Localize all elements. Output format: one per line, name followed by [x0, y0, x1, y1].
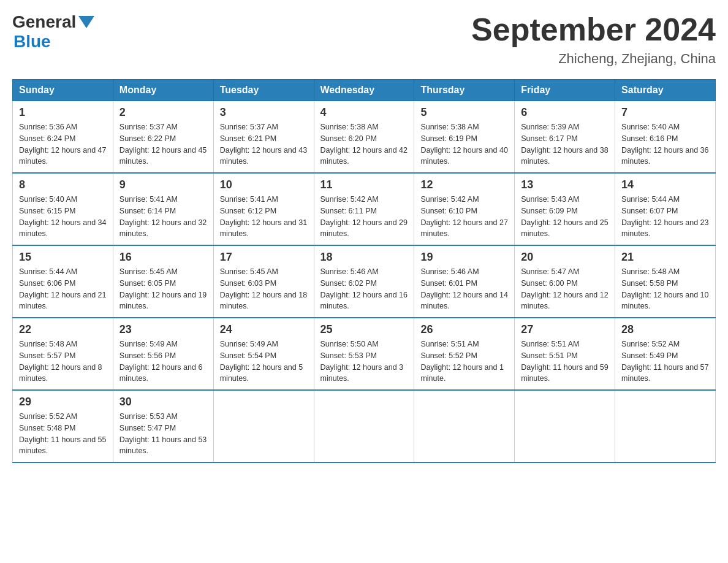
day-cell: 28 Sunrise: 5:52 AMSunset: 5:49 PMDaylig… — [615, 318, 716, 390]
day-cell: 18 Sunrise: 5:46 AMSunset: 6:02 PMDaylig… — [314, 245, 414, 318]
day-info: Sunrise: 5:37 AMSunset: 6:21 PMDaylight:… — [220, 123, 307, 166]
day-number: 2 — [119, 106, 207, 119]
day-number: 12 — [420, 178, 508, 191]
day-cell — [213, 390, 314, 462]
header-saturday: Saturday — [615, 80, 716, 101]
day-cell: 26 Sunrise: 5:51 AMSunset: 5:52 PMDaylig… — [414, 318, 515, 390]
day-info: Sunrise: 5:45 AMSunset: 6:03 PMDaylight:… — [220, 267, 307, 310]
day-number: 17 — [220, 251, 308, 264]
logo: General Blue — [12, 12, 94, 52]
day-cell: 16 Sunrise: 5:45 AMSunset: 6:05 PMDaylig… — [113, 245, 213, 318]
day-cell: 23 Sunrise: 5:49 AMSunset: 5:56 PMDaylig… — [113, 318, 213, 390]
day-number: 6 — [521, 106, 609, 119]
day-info: Sunrise: 5:47 AMSunset: 6:00 PMDaylight:… — [521, 267, 608, 310]
week-row-5: 29 Sunrise: 5:52 AMSunset: 5:48 PMDaylig… — [13, 390, 716, 462]
day-cell: 22 Sunrise: 5:48 AMSunset: 5:57 PMDaylig… — [13, 318, 113, 390]
day-cell: 21 Sunrise: 5:48 AMSunset: 5:58 PMDaylig… — [615, 245, 716, 318]
day-cell: 29 Sunrise: 5:52 AMSunset: 5:48 PMDaylig… — [13, 390, 113, 462]
day-info: Sunrise: 5:37 AMSunset: 6:22 PMDaylight:… — [119, 123, 207, 166]
header-monday: Monday — [113, 80, 213, 101]
day-info: Sunrise: 5:44 AMSunset: 6:06 PMDaylight:… — [19, 267, 106, 310]
day-number: 30 — [119, 396, 207, 408]
day-cell: 6 Sunrise: 5:39 AMSunset: 6:17 PMDayligh… — [515, 101, 615, 174]
day-info: Sunrise: 5:40 AMSunset: 6:15 PMDaylight:… — [19, 195, 106, 238]
day-cell: 8 Sunrise: 5:40 AMSunset: 6:15 PMDayligh… — [13, 173, 113, 245]
day-info: Sunrise: 5:41 AMSunset: 6:12 PMDaylight:… — [220, 195, 307, 238]
day-cell — [615, 390, 716, 462]
header-friday: Friday — [515, 80, 615, 101]
day-number: 28 — [621, 323, 709, 336]
day-info: Sunrise: 5:45 AMSunset: 6:05 PMDaylight:… — [119, 267, 207, 310]
day-number: 18 — [320, 251, 408, 264]
day-number: 14 — [621, 178, 709, 191]
day-number: 16 — [119, 251, 207, 264]
day-info: Sunrise: 5:50 AMSunset: 5:53 PMDaylight:… — [320, 340, 404, 383]
day-number: 24 — [220, 323, 308, 336]
header-sunday: Sunday — [13, 80, 113, 101]
header-tuesday: Tuesday — [213, 80, 314, 101]
calendar-table: SundayMondayTuesdayWednesdayThursdayFrid… — [12, 79, 716, 463]
day-info: Sunrise: 5:44 AMSunset: 6:07 PMDaylight:… — [621, 195, 708, 238]
day-cell: 25 Sunrise: 5:50 AMSunset: 5:53 PMDaylig… — [314, 318, 414, 390]
day-cell — [515, 390, 615, 462]
day-info: Sunrise: 5:38 AMSunset: 6:19 PMDaylight:… — [420, 123, 507, 166]
day-cell: 13 Sunrise: 5:43 AMSunset: 6:09 PMDaylig… — [515, 173, 615, 245]
day-cell: 7 Sunrise: 5:40 AMSunset: 6:16 PMDayligh… — [615, 101, 716, 174]
logo-general: General — [12, 12, 76, 32]
page-header: General Blue September 2024 Zhicheng, Zh… — [12, 12, 716, 67]
day-number: 15 — [19, 251, 107, 264]
day-cell: 11 Sunrise: 5:42 AMSunset: 6:11 PMDaylig… — [314, 173, 414, 245]
day-info: Sunrise: 5:49 AMSunset: 5:56 PMDaylight:… — [119, 340, 203, 383]
calendar-header-row: SundayMondayTuesdayWednesdayThursdayFrid… — [13, 80, 716, 101]
day-info: Sunrise: 5:40 AMSunset: 6:16 PMDaylight:… — [621, 123, 708, 166]
day-info: Sunrise: 5:51 AMSunset: 5:51 PMDaylight:… — [521, 340, 608, 383]
day-info: Sunrise: 5:52 AMSunset: 5:48 PMDaylight:… — [19, 412, 106, 455]
day-number: 29 — [19, 396, 107, 408]
day-number: 23 — [119, 323, 207, 336]
day-cell: 19 Sunrise: 5:46 AMSunset: 6:01 PMDaylig… — [414, 245, 515, 318]
day-number: 7 — [621, 106, 709, 119]
day-cell: 9 Sunrise: 5:41 AMSunset: 6:14 PMDayligh… — [113, 173, 213, 245]
day-number: 4 — [320, 106, 408, 119]
day-info: Sunrise: 5:48 AMSunset: 5:57 PMDaylight:… — [19, 340, 102, 383]
day-cell: 17 Sunrise: 5:45 AMSunset: 6:03 PMDaylig… — [213, 245, 314, 318]
day-cell: 2 Sunrise: 5:37 AMSunset: 6:22 PMDayligh… — [113, 101, 213, 174]
day-info: Sunrise: 5:53 AMSunset: 5:47 PMDaylight:… — [119, 412, 207, 455]
day-number: 8 — [19, 178, 107, 191]
week-row-3: 15 Sunrise: 5:44 AMSunset: 6:06 PMDaylig… — [13, 245, 716, 318]
day-cell: 20 Sunrise: 5:47 AMSunset: 6:00 PMDaylig… — [515, 245, 615, 318]
day-number: 10 — [220, 178, 308, 191]
day-cell: 5 Sunrise: 5:38 AMSunset: 6:19 PMDayligh… — [414, 101, 515, 174]
day-number: 22 — [19, 323, 107, 336]
day-info: Sunrise: 5:43 AMSunset: 6:09 PMDaylight:… — [521, 195, 608, 238]
day-info: Sunrise: 5:51 AMSunset: 5:52 PMDaylight:… — [420, 340, 504, 383]
day-info: Sunrise: 5:36 AMSunset: 6:24 PMDaylight:… — [19, 123, 106, 166]
day-cell: 3 Sunrise: 5:37 AMSunset: 6:21 PMDayligh… — [213, 101, 314, 174]
day-number: 21 — [621, 251, 709, 264]
day-number: 27 — [521, 323, 609, 336]
day-info: Sunrise: 5:52 AMSunset: 5:49 PMDaylight:… — [621, 340, 708, 383]
week-row-1: 1 Sunrise: 5:36 AMSunset: 6:24 PMDayligh… — [13, 101, 716, 174]
day-cell: 4 Sunrise: 5:38 AMSunset: 6:20 PMDayligh… — [314, 101, 414, 174]
day-number: 26 — [420, 323, 508, 336]
day-number: 9 — [119, 178, 207, 191]
day-number: 20 — [521, 251, 609, 264]
day-cell: 30 Sunrise: 5:53 AMSunset: 5:47 PMDaylig… — [113, 390, 213, 462]
day-info: Sunrise: 5:46 AMSunset: 6:01 PMDaylight:… — [420, 267, 507, 310]
day-info: Sunrise: 5:41 AMSunset: 6:14 PMDaylight:… — [119, 195, 207, 238]
week-row-2: 8 Sunrise: 5:40 AMSunset: 6:15 PMDayligh… — [13, 173, 716, 245]
day-info: Sunrise: 5:38 AMSunset: 6:20 PMDaylight:… — [320, 123, 408, 166]
day-cell: 14 Sunrise: 5:44 AMSunset: 6:07 PMDaylig… — [615, 173, 716, 245]
header-wednesday: Wednesday — [314, 80, 414, 101]
day-cell: 10 Sunrise: 5:41 AMSunset: 6:12 PMDaylig… — [213, 173, 314, 245]
day-info: Sunrise: 5:49 AMSunset: 5:54 PMDaylight:… — [220, 340, 303, 383]
header-thursday: Thursday — [414, 80, 515, 101]
logo-blue: Blue — [13, 32, 51, 51]
day-cell: 1 Sunrise: 5:36 AMSunset: 6:24 PMDayligh… — [13, 101, 113, 174]
day-number: 13 — [521, 178, 609, 191]
day-cell — [314, 390, 414, 462]
day-cell: 12 Sunrise: 5:42 AMSunset: 6:10 PMDaylig… — [414, 173, 515, 245]
day-number: 11 — [320, 178, 408, 191]
day-number: 3 — [220, 106, 308, 119]
week-row-4: 22 Sunrise: 5:48 AMSunset: 5:57 PMDaylig… — [13, 318, 716, 390]
